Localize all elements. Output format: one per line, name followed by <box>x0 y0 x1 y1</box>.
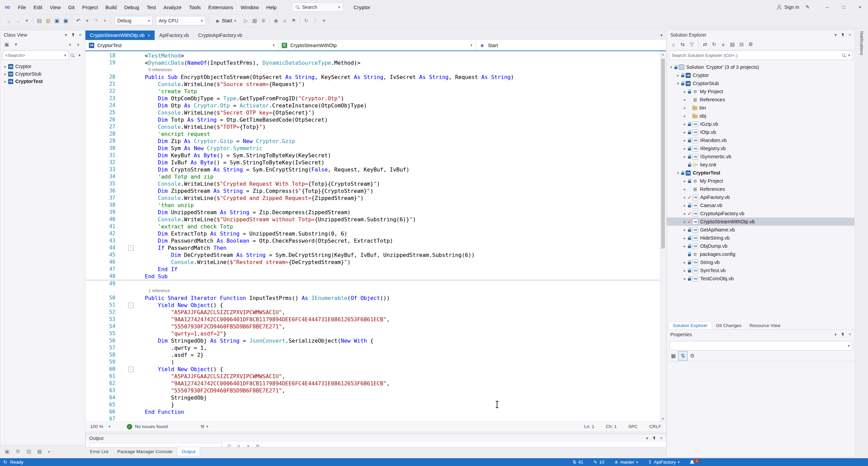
code-line[interactable]: 27 Console.WriteLine($"TOTP={Totp}") <box>85 123 660 130</box>
expand-arrow-icon[interactable]: ▸ <box>682 146 688 151</box>
output-misc-icon[interactable]: ▤ <box>254 443 261 447</box>
close-button[interactable]: × <box>852 0 868 14</box>
undo-dropdown-icon[interactable]: ▾ <box>83 16 92 25</box>
solution-configurations-icon[interactable]: ≡ <box>280 16 289 25</box>
property-pages-icon[interactable]: ⚙ <box>688 351 697 360</box>
code-line[interactable]: 22 'create Totp <box>85 88 660 95</box>
expand-arrow-icon[interactable]: ▸ <box>682 89 688 94</box>
line-number[interactable]: 63 <box>85 387 115 394</box>
expand-arrow-icon[interactable]: ▸ <box>682 130 688 135</box>
output-dropdown-icon[interactable]: ▾ <box>244 443 252 447</box>
class-view-settings-icon[interactable]: ▾ <box>12 40 20 49</box>
bookmark-icon[interactable]: ⚑ <box>289 16 298 25</box>
code-line[interactable]: 54 "55507930F2CD9460FB5D9B6F8BE7E271", <box>85 323 660 330</box>
class-view-back-icon[interactable]: ◂ <box>65 40 74 49</box>
start-without-debugging-icon[interactable]: ▷ <box>241 16 250 25</box>
code-line[interactable]: 41 'extract and check Totp <box>85 223 660 230</box>
chevron-down-icon[interactable]: ▾ <box>848 344 850 348</box>
solution-tree-item[interactable]: ▸obj <box>667 112 855 120</box>
spaces-indicator[interactable]: SPC <box>628 424 638 429</box>
save-all-icon[interactable]: ▣ <box>61 16 70 25</box>
code-line[interactable]: 56 Dim StringedObj As String = JsonConve… <box>85 337 660 344</box>
close-icon[interactable]: × <box>77 32 84 38</box>
code-line[interactable]: 57 .qwrty = 1, <box>85 344 660 351</box>
chevron-down-icon[interactable]: ▾ <box>470 43 472 47</box>
column-indicator[interactable]: Ch: 1 <box>606 424 617 429</box>
scrollbar-thumb[interactable] <box>661 59 665 248</box>
solution-tree-item[interactable]: ▸✓VBCryptoStreamWithOtp.vb <box>667 218 855 226</box>
redo-dropdown-icon[interactable]: ▾ <box>100 16 109 25</box>
expand-arrow-icon[interactable]: ▸ <box>682 114 688 118</box>
code-line[interactable]: 43 Dim PasswordMatch As Boolean = Otp.Ch… <box>85 237 660 244</box>
line-number[interactable]: 31 <box>85 152 115 159</box>
code-line[interactable]: 42 Dim ExtractTotp As String = UnzippedS… <box>85 230 660 237</box>
classview-item[interactable]: ▸VBCryptorStub <box>0 70 85 78</box>
nav-history-dropdown-icon[interactable]: ▾ <box>22 16 31 25</box>
attach-to-process-icon[interactable]: ⊕ <box>259 16 268 25</box>
save-icon[interactable]: ▣ <box>53 16 61 25</box>
solution-tree-item[interactable]: ▸⚙My Project <box>667 87 855 96</box>
expand-arrow-icon[interactable]: ▸ <box>682 244 688 248</box>
line-number[interactable]: 47 <box>85 266 115 273</box>
zoom-combo[interactable]: 100 % ▾ <box>90 424 119 429</box>
line-number[interactable]: 38 <box>85 202 115 209</box>
home-icon[interactable]: ⌂ <box>669 40 678 49</box>
output-clear-icon[interactable]: ⊟ <box>225 443 233 447</box>
background-tasks-icon[interactable]: ↻ <box>3 460 7 465</box>
code-line[interactable]: 28 'encript request <box>85 130 660 138</box>
sign-in-button[interactable]: Sign in <box>776 4 799 10</box>
code-line[interactable]: 30 Dim Sym As New Cryptor.Symmetric <box>85 145 660 152</box>
line-number[interactable]: 57 <box>85 344 115 351</box>
pending-changes-filter-icon[interactable]: ▽ <box>687 40 696 49</box>
refresh-icon[interactable]: ↻ <box>710 40 718 49</box>
solution-tree-item[interactable]: ▸VBObjDump.vb <box>667 242 855 250</box>
code-line[interactable]: 61 "A5PAJJFGAA2CLSIZCZPXVIPCWMWSACIU", <box>85 373 660 380</box>
line-number[interactable]: 53 <box>85 316 115 323</box>
classview-item[interactable]: ▸VBCryptorTest <box>0 78 85 85</box>
line-number[interactable]: 62 <box>85 380 115 387</box>
code-line[interactable]: 46 Console.WriteLine($"Restored stream={… <box>85 259 660 266</box>
line-number[interactable]: 58 <box>85 351 115 359</box>
chevron-down-icon[interactable]: ▾ <box>64 53 66 58</box>
line-number[interactable]: 59 <box>85 359 115 366</box>
collapse-all-icon[interactable]: ⊟ <box>737 40 746 49</box>
expand-arrow-icon[interactable]: ▸ <box>682 106 688 110</box>
line-number[interactable]: 48 <box>85 273 115 280</box>
expand-arrow-icon[interactable]: ▾ <box>668 65 674 69</box>
tab-list-dropdown-icon[interactable]: ▾ <box>660 31 666 40</box>
pin-icon[interactable] <box>839 331 846 338</box>
minimize-button[interactable]: – <box>819 0 835 14</box>
code-line[interactable]: 34 'add Totp and zip <box>85 173 660 180</box>
menu-git[interactable]: Git <box>64 0 78 14</box>
code-line[interactable]: 67 <box>85 416 660 422</box>
repository-selector[interactable]: ↥ApiFactory▾ <box>648 460 679 465</box>
codelens-indicator[interactable]: 0 references <box>149 66 172 74</box>
new-file-icon[interactable]: ▤ <box>35 16 44 25</box>
chevron-down-icon[interactable]: ▾ <box>144 19 150 23</box>
code-line[interactable]: 53 "9AA127424742CC0006401DF8CB1179894DEE… <box>85 316 660 323</box>
code-line[interactable]: 55 "qwrty=1,asdf=2"} <box>85 330 660 337</box>
document-health-icon[interactable]: ✓ <box>127 424 132 429</box>
code-line[interactable]: 33 Dim CryptoStream As String = Sym.EnCr… <box>85 166 660 173</box>
panel-menu-icon[interactable]: ▾ <box>62 32 70 38</box>
solution-tree-item[interactable]: ▸VBSymTest.vb <box>667 266 855 275</box>
tab-cryptostreamwithotp.vb[interactable]: CryptoStreamWithOtp.vb× <box>85 31 155 40</box>
editor-vertical-scrollbar[interactable]: ▲ ▼ <box>660 51 666 422</box>
line-number[interactable]: 25 <box>85 109 115 116</box>
navbar-class-combo[interactable]: CCryptoStreamWithOtp▾ <box>278 40 476 50</box>
hot-reload-icon[interactable]: ↻ <box>302 16 311 25</box>
toolbar-options-icon[interactable]: ⋮ <box>311 16 319 25</box>
line-number[interactable]: 44 <box>85 244 115 251</box>
tray-icon-2[interactable]: ⚙ <box>16 448 20 454</box>
notifications-tab[interactable]: Notifications <box>859 31 864 458</box>
tab-resource-view[interactable]: Resource View <box>746 322 785 329</box>
fold-collapse-icon[interactable]: - <box>128 245 134 251</box>
tray-icon-3[interactable]: ▤ <box>26 448 31 454</box>
breakpoints-icon[interactable]: ◉ <box>272 16 280 25</box>
line-number[interactable]: 42 <box>85 230 115 237</box>
expand-arrow-icon[interactable]: ▸ <box>682 179 688 183</box>
line-number[interactable]: 35 <box>85 180 115 187</box>
code-line[interactable]: 36 Dim ZippedStream As String = Zip.Comp… <box>85 187 660 195</box>
scroll-down-icon[interactable]: ▼ <box>660 416 666 422</box>
tray-icon-5[interactable]: ▪ <box>48 449 50 454</box>
